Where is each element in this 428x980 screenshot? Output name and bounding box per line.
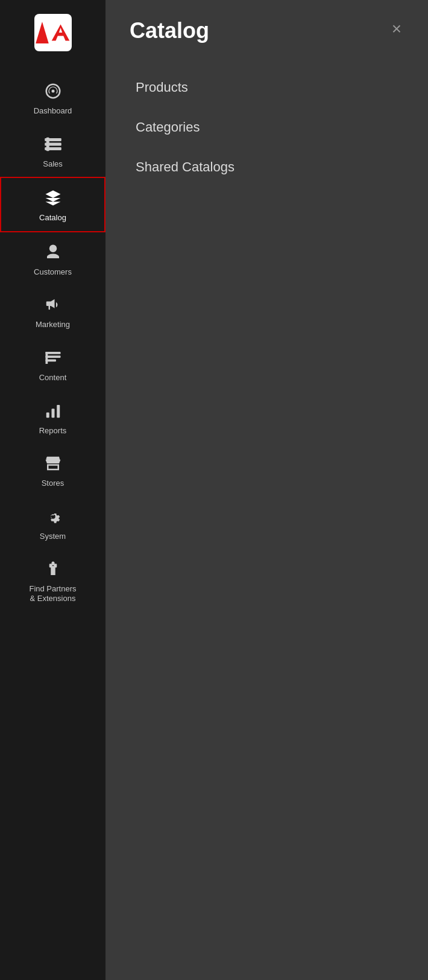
sidebar-item-partners[interactable]: Find Partners & Extensions — [0, 549, 105, 611]
svg-rect-7 — [46, 137, 49, 151]
dashboard-icon — [44, 82, 62, 103]
customers-icon — [44, 243, 62, 264]
sidebar-item-label: System — [40, 532, 66, 541]
stores-icon — [44, 454, 62, 475]
catalog-menu: Products Categories Shared Catalogs — [130, 68, 404, 187]
sales-icon — [44, 135, 62, 156]
logo-area — [0, 0, 105, 65]
sidebar-item-label: Dashboard — [34, 106, 72, 116]
sidebar-item-label: Customers — [34, 267, 72, 277]
sidebar-item-stores[interactable]: Stores — [0, 444, 105, 497]
sidebar-item-label: Find Partners & Extensions — [29, 584, 76, 603]
svg-rect-13 — [51, 409, 54, 418]
reports-icon — [44, 402, 62, 422]
adobe-logo — [34, 14, 72, 51]
content-icon — [44, 349, 62, 369]
system-icon — [44, 508, 62, 528]
sidebar-item-label: Catalog — [39, 213, 66, 223]
menu-item-shared-catalogs[interactable]: Shared Catalogs — [130, 147, 404, 187]
marketing-icon — [44, 296, 62, 316]
sidebar-item-dashboard[interactable]: Dashboard — [0, 71, 105, 124]
close-button[interactable]: × — [389, 18, 404, 40]
svg-rect-11 — [45, 352, 48, 364]
sidebar-item-reports[interactable]: Reports — [0, 391, 105, 444]
sidebar-item-label: Reports — [39, 426, 67, 436]
menu-item-categories[interactable]: Categories — [130, 107, 404, 147]
svg-rect-12 — [46, 412, 49, 418]
panel-header: Catalog × — [130, 18, 404, 43]
sidebar: Dashboard Sales Catalog Customers Market… — [0, 0, 105, 980]
panel-title: Catalog — [130, 18, 209, 43]
sidebar-item-label: Stores — [42, 479, 65, 488]
svg-rect-14 — [57, 405, 60, 418]
svg-point-3 — [51, 90, 54, 93]
sidebar-item-label: Content — [39, 373, 67, 383]
sidebar-item-customers[interactable]: Customers — [0, 232, 105, 285]
sidebar-item-marketing[interactable]: Marketing — [0, 285, 105, 338]
sidebar-item-catalog[interactable]: Catalog — [0, 177, 105, 232]
sidebar-item-label: Sales — [43, 159, 63, 169]
catalog-panel: Catalog × Products Categories Shared Cat… — [105, 0, 428, 980]
sidebar-item-label: Marketing — [36, 320, 70, 329]
menu-item-products[interactable]: Products — [130, 68, 404, 107]
adobe-a-icon — [50, 18, 71, 47]
partners-icon — [44, 560, 62, 581]
app-logo — [31, 11, 75, 54]
sidebar-item-content[interactable]: Content — [0, 338, 105, 391]
sidebar-item-sales[interactable]: Sales — [0, 124, 105, 177]
catalog-icon — [44, 189, 62, 209]
sidebar-item-system[interactable]: System — [0, 497, 105, 550]
